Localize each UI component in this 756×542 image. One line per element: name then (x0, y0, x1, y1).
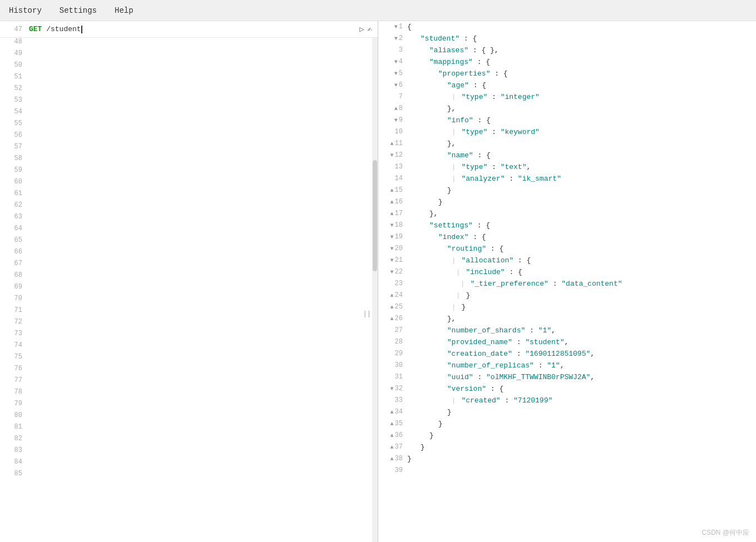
json-content-2: "student" : { (407, 33, 756, 44)
line-number-51: 51 (0, 73, 27, 84)
editor-line-75: 75 (0, 353, 378, 365)
fold-arrow-4[interactable]: ▼ (394, 56, 398, 68)
menu-history[interactable]: History (4, 4, 46, 17)
json-line-26: ▲26 }, (378, 313, 756, 325)
line-number-52: 52 (0, 84, 27, 96)
json-linenum-12: ▼12 (378, 150, 407, 161)
json-linenum-36: ▲36 (378, 430, 407, 441)
json-linenum-16: ▲16 (378, 196, 407, 208)
editor-line-49: 49 (0, 49, 378, 61)
fold-arrow-22[interactable]: ▼ (391, 266, 394, 278)
line-number-54: 54 (0, 108, 27, 120)
fold-arrow-16[interactable]: ▲ (391, 196, 394, 208)
json-content-10: | "type" : "keyword" (407, 126, 756, 138)
menu-settings[interactable]: Settings (55, 4, 101, 17)
json-linenum-32: ▼32 (378, 383, 407, 395)
fold-arrow-9[interactable]: ▼ (394, 115, 398, 126)
line-number-70: 70 (0, 295, 27, 306)
line-number-65: 65 (0, 236, 27, 248)
json-linenum-27: 27 (378, 325, 407, 336)
line-number-72: 72 (0, 318, 27, 330)
line-number-83: 83 (0, 446, 27, 458)
fold-arrow-37[interactable]: ▲ (391, 441, 394, 453)
json-line-6: ▼6 "age" : { (378, 79, 756, 91)
json-linenum-38: ▲38 (378, 453, 407, 465)
fold-arrow-38[interactable]: ▲ (391, 453, 394, 465)
json-line-18: ▼18 "settings" : { (378, 220, 756, 231)
json-content-5: "properties" : { (407, 68, 756, 79)
editor-scroll-thumb[interactable] (373, 160, 377, 271)
fold-arrow-36[interactable]: ▲ (391, 430, 394, 441)
fold-arrow-24[interactable]: ▲ (391, 290, 394, 301)
fold-arrow-2[interactable]: ▼ (394, 33, 398, 44)
fold-arrow-11[interactable]: ▲ (391, 138, 394, 150)
fold-arrow-8[interactable]: ▲ (394, 103, 398, 115)
editor-content-47[interactable]: GET /student (27, 25, 359, 33)
fold-arrow-1[interactable]: ▼ (394, 21, 398, 33)
editor-line-47[interactable]: 47 GET /student ▷ ✍ (0, 21, 378, 38)
fold-arrow-21[interactable]: ▼ (391, 255, 394, 266)
fold-arrow-34[interactable]: ▲ (391, 406, 394, 418)
fold-arrow-17[interactable]: ▲ (391, 208, 394, 220)
line-number-75: 75 (0, 353, 27, 365)
json-linenum-39: 39 (378, 465, 407, 476)
json-linenum-4: ▼4 (378, 56, 407, 68)
fold-arrow-32[interactable]: ▼ (391, 383, 394, 395)
json-content-27: "number_of_shards" : "1", (407, 325, 756, 336)
editor-line-74: 74 (0, 341, 378, 353)
line-number-82: 82 (0, 435, 27, 446)
line-number-81: 81 (0, 423, 27, 435)
json-linenum-11: ▲11 (378, 138, 407, 150)
fold-arrow-25[interactable]: ▲ (391, 301, 394, 313)
editor-line-51: 51 (0, 73, 378, 84)
panel-resize-handle[interactable]: || (363, 310, 371, 318)
json-line-4: ▼4 "mappings" : { (378, 56, 756, 68)
editor-line-85: 85 (0, 470, 378, 481)
json-content-30: "number_of_replicas" : "1", (407, 360, 756, 371)
fold-arrow-20[interactable]: ▼ (391, 243, 394, 255)
line-number-58: 58 (0, 155, 27, 166)
fold-arrow-5[interactable]: ▼ (394, 68, 398, 79)
json-line-11: ▲11 }, (378, 138, 756, 150)
line-number-64: 64 (0, 225, 27, 236)
json-line-38: ▲38 } (378, 453, 756, 465)
json-linenum-1: ▼1 (378, 21, 407, 33)
watermark: CSDN @何中应 (701, 528, 749, 538)
json-content-26: }, (407, 313, 756, 325)
menu-help[interactable]: Help (110, 4, 138, 17)
line-number-48: 48 (0, 38, 27, 49)
json-linenum-19: ▼19 (378, 231, 407, 243)
json-line-10: 10 | "type" : "keyword" (378, 126, 756, 138)
fold-arrow-18[interactable]: ▼ (391, 220, 394, 231)
json-line-28: 28 "provided_name" : "student", (378, 336, 756, 348)
line-number-49: 49 (0, 49, 27, 61)
line-number-80: 80 (0, 411, 27, 423)
json-line-13: 13 | "type" : "text", (378, 161, 756, 173)
json-content-33: | "created" : "7120199" (407, 395, 756, 406)
json-linenum-2: ▼2 (378, 33, 407, 44)
run-icon[interactable]: ▷ (359, 24, 364, 34)
editor-scrollbar[interactable] (372, 38, 378, 542)
json-content-34: } (407, 406, 756, 418)
fold-arrow-12[interactable]: ▼ (391, 150, 394, 161)
json-line-30: 30 "number_of_replicas" : "1", (378, 360, 756, 371)
fold-arrow-15[interactable]: ▲ (391, 185, 394, 196)
json-linenum-23: 23 (378, 278, 407, 290)
line-number-71: 71 (0, 306, 27, 318)
json-content-38: } (407, 453, 756, 465)
json-content-31: "uuid" : "olMKHF_TTWWINB0rPSWJ2A", (407, 371, 756, 383)
editor-line-63: 63 (0, 213, 378, 225)
json-line-35: ▲35 } (378, 418, 756, 430)
fold-arrow-19[interactable]: ▼ (391, 231, 394, 243)
line-number-67: 67 (0, 260, 27, 271)
right-panel: ▼1 { ▼2 "student" : { 3 "aliases" (378, 21, 756, 542)
wrench-icon[interactable]: ✍ (368, 24, 372, 34)
fold-arrow-35[interactable]: ▲ (391, 418, 394, 430)
fold-arrow-26[interactable]: ▲ (391, 313, 394, 325)
fold-arrow-6[interactable]: ▼ (394, 79, 398, 91)
main-area: 47 GET /student ▷ ✍ 48 49 50 51 52 53 54… (0, 21, 756, 542)
json-linenum-14: 14 (378, 173, 407, 185)
line-number-55: 55 (0, 120, 27, 131)
json-line-39: 39 (378, 465, 756, 476)
json-line-33: 33 | "created" : "7120199" (378, 395, 756, 406)
